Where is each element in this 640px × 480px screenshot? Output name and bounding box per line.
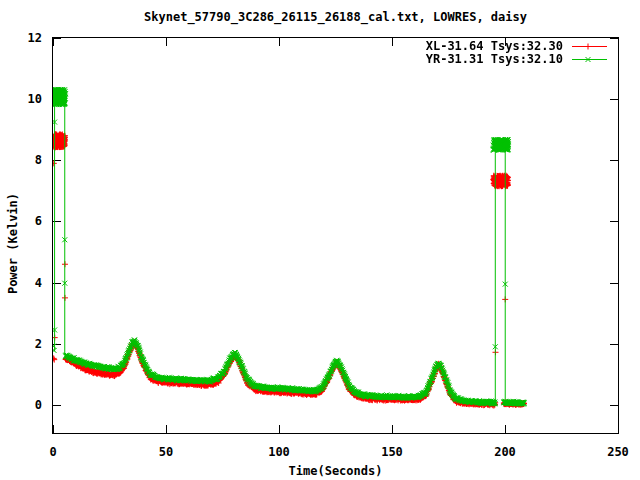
x-tick-label: 200 [483,445,527,459]
y-tick-label: 0 [8,398,42,412]
y-tick-label: 10 [8,92,42,106]
legend: XL-31.64 Tsys:32.30YR-31.31 Tsys:32.10 [426,40,563,66]
y-tick-label: 8 [8,153,42,167]
x-axis-label: Time(Seconds) [53,464,618,478]
legend-entry: YR-31.31 Tsys:32.10 [426,53,563,66]
x-tick-label: 50 [144,445,188,459]
y-tick-label: 6 [8,214,42,228]
x-tick-label: 150 [370,445,414,459]
y-tick-label: 2 [8,337,42,351]
y-tick-label: 12 [8,31,42,45]
y-tick-label: 4 [8,276,42,290]
x-tick-label: 250 [596,445,640,459]
x-tick-label: 0 [31,445,75,459]
plot-canvas [53,38,618,433]
y-axis-label: Power (Kelvin) [6,164,21,324]
x-tick-label: 100 [257,445,301,459]
chart-title: Skynet_57790_3C286_26115_26188_cal.txt, … [53,10,618,24]
gnuplot-window: Skynet_57790_3C286_26115_26188_cal.txt, … [0,0,640,480]
plot-border [52,37,619,434]
